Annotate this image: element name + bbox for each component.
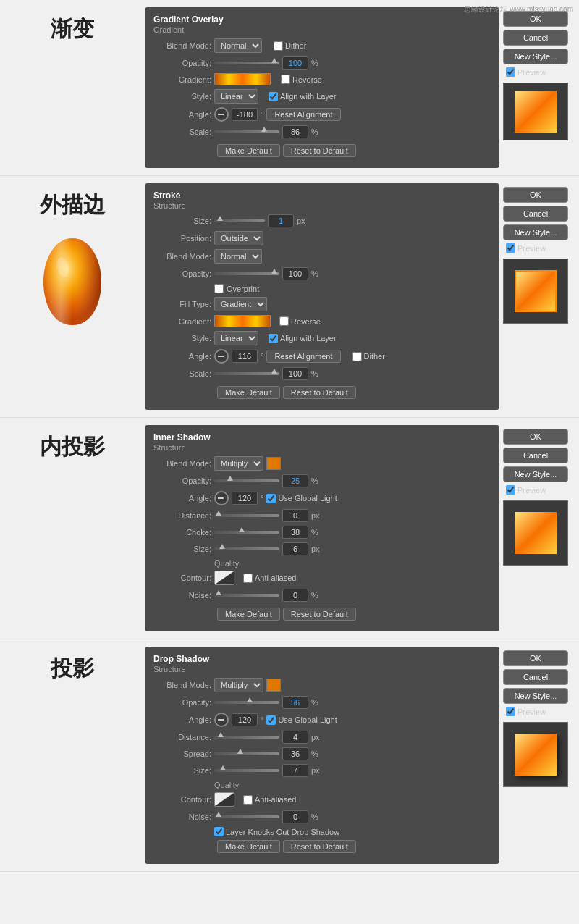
ds-make-default-btn[interactable]: Make Default xyxy=(217,840,280,853)
new-style-button[interactable]: New Style... xyxy=(503,49,568,64)
ds-cancel-button[interactable]: Cancel xyxy=(503,669,568,685)
align-layer-check[interactable]: Align with Layer xyxy=(269,92,337,101)
stroke-reverse-check[interactable]: Reverse xyxy=(279,316,321,326)
ds-angle-dial[interactable] xyxy=(214,713,229,727)
ds-size-slider[interactable] xyxy=(214,769,279,772)
is-angle-dial[interactable] xyxy=(214,491,229,505)
dither-check[interactable]: Dither xyxy=(274,41,306,51)
ds-ok-button[interactable]: OK xyxy=(503,650,568,666)
is-reset-default-btn[interactable]: Reset to Default xyxy=(283,608,356,621)
reverse-check[interactable]: Reverse xyxy=(281,75,322,84)
stroke-make-default-btn[interactable]: Make Default xyxy=(217,386,280,399)
style-select[interactable]: Linear xyxy=(214,89,258,104)
is-distance-input[interactable] xyxy=(282,509,308,522)
size-input[interactable] xyxy=(268,214,294,227)
angle-dial[interactable] xyxy=(214,107,229,122)
ds-knocks-out-checkbox[interactable] xyxy=(214,827,224,836)
is-ok-button[interactable]: OK xyxy=(503,429,568,445)
position-select[interactable]: Outside xyxy=(214,231,263,245)
stroke-reverse-checkbox[interactable] xyxy=(279,316,289,326)
ds-noise-input[interactable] xyxy=(282,810,308,823)
stroke-gradient-preview[interactable] xyxy=(214,315,271,327)
ds-distance-slider[interactable] xyxy=(214,736,279,739)
ds-contour-preview[interactable] xyxy=(214,792,234,807)
is-size-input[interactable] xyxy=(282,542,308,555)
stroke-scale-input[interactable] xyxy=(282,367,308,380)
fill-type-select[interactable]: Gradient xyxy=(214,297,267,311)
make-default-btn[interactable]: Make Default xyxy=(217,144,280,157)
ds-preview-checkbox[interactable] xyxy=(506,707,515,716)
size-slider[interactable] xyxy=(214,219,265,222)
stroke-angle-dial[interactable] xyxy=(214,349,229,364)
ds-new-style-button[interactable]: New Style... xyxy=(503,688,568,704)
ds-size-input[interactable] xyxy=(282,764,308,777)
stroke-preview-checkbox[interactable] xyxy=(506,243,515,253)
stroke-dither-checkbox[interactable] xyxy=(352,352,362,361)
stroke-preview-check[interactable]: Preview xyxy=(506,243,575,253)
stroke-angle-input[interactable] xyxy=(232,350,258,363)
stroke-reset-align-btn[interactable]: Reset Alignment xyxy=(266,350,340,363)
preview-check[interactable]: Preview xyxy=(506,67,575,77)
dither-checkbox[interactable] xyxy=(274,41,283,51)
is-anti-alias-checkbox[interactable] xyxy=(243,574,253,583)
is-noise-input[interactable] xyxy=(282,589,308,602)
scale-input[interactable] xyxy=(282,125,308,138)
ds-blend-select[interactable]: Multiply xyxy=(214,678,263,692)
opacity-slider[interactable] xyxy=(214,62,279,64)
is-color-swatch[interactable] xyxy=(266,457,281,470)
is-angle-input[interactable] xyxy=(232,492,258,505)
is-size-slider[interactable] xyxy=(214,547,279,550)
stroke-new-style-button[interactable]: New Style... xyxy=(503,224,568,240)
is-opacity-input[interactable] xyxy=(282,474,308,487)
ds-distance-input[interactable] xyxy=(282,731,308,744)
blend-mode-select[interactable]: Normal xyxy=(214,38,262,53)
is-preview-check[interactable]: Preview xyxy=(506,485,575,495)
ds-opacity-input[interactable] xyxy=(282,696,308,709)
reset-alignment-btn[interactable]: Reset Alignment xyxy=(266,108,340,121)
cancel-button[interactable]: Cancel xyxy=(503,30,568,46)
stroke-scale-slider[interactable] xyxy=(214,372,279,375)
ds-reset-default-btn[interactable]: Reset to Default xyxy=(283,840,356,853)
ds-global-light-checkbox[interactable] xyxy=(266,715,276,725)
ds-anti-alias-checkbox[interactable] xyxy=(243,795,253,805)
ds-color-swatch[interactable] xyxy=(266,679,281,692)
opacity-input[interactable] xyxy=(282,56,308,70)
stroke-dither-check[interactable]: Dither xyxy=(352,352,385,361)
is-new-style-button[interactable]: New Style... xyxy=(503,466,568,482)
is-cancel-button[interactable]: Cancel xyxy=(503,448,568,463)
overprint-checkbox[interactable] xyxy=(214,284,224,293)
is-blend-select[interactable]: Multiply xyxy=(214,456,263,471)
ds-anti-alias-check[interactable]: Anti-aliased xyxy=(243,795,296,805)
stroke-style-select[interactable]: Linear xyxy=(214,331,258,345)
scale-slider[interactable] xyxy=(214,130,279,133)
is-choke-slider[interactable] xyxy=(214,531,279,534)
ds-spread-input[interactable] xyxy=(282,747,308,760)
is-noise-slider[interactable] xyxy=(214,594,279,597)
stroke-ok-button[interactable]: OK xyxy=(503,187,568,203)
preview-checkbox[interactable] xyxy=(506,67,515,77)
ds-noise-slider[interactable] xyxy=(214,815,279,818)
stroke-align-checkbox[interactable] xyxy=(269,334,278,343)
is-anti-alias-check[interactable]: Anti-aliased xyxy=(243,574,296,583)
ds-preview-check[interactable]: Preview xyxy=(506,707,575,716)
stroke-blend-select[interactable]: Normal xyxy=(214,249,262,264)
is-preview-checkbox[interactable] xyxy=(506,485,515,495)
stroke-align-check[interactable]: Align with Layer xyxy=(269,334,337,343)
angle-input[interactable] xyxy=(232,108,258,121)
is-global-light-check[interactable]: Use Global Light xyxy=(266,494,337,503)
ds-global-light-check[interactable]: Use Global Light xyxy=(266,715,337,725)
is-distance-slider[interactable] xyxy=(214,514,279,517)
is-make-default-btn[interactable]: Make Default xyxy=(217,608,280,621)
stroke-opacity-input[interactable] xyxy=(282,267,308,280)
is-global-light-checkbox[interactable] xyxy=(266,494,276,503)
gradient-preview[interactable] xyxy=(214,73,271,85)
ds-angle-input[interactable] xyxy=(232,713,258,726)
ds-spread-slider[interactable] xyxy=(214,752,279,755)
stroke-cancel-button[interactable]: Cancel xyxy=(503,206,568,222)
is-choke-input[interactable] xyxy=(282,526,308,539)
align-layer-checkbox[interactable] xyxy=(269,92,278,101)
is-opacity-slider[interactable] xyxy=(214,479,279,482)
is-contour-preview[interactable] xyxy=(214,571,234,585)
ds-knocks-out-check[interactable]: Layer Knocks Out Drop Shadow xyxy=(214,827,491,836)
ds-opacity-slider[interactable] xyxy=(214,701,279,704)
